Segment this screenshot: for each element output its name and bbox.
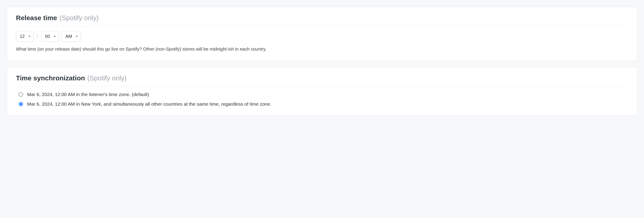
- time-sync-header: Time synchronization (Spotify only): [16, 74, 628, 86]
- radio-icon: [18, 92, 23, 97]
- ampm-select-wrapper: AM: [62, 31, 81, 42]
- time-sync-subtitle: (Spotify only): [87, 74, 126, 82]
- minute-select-wrapper: 00: [41, 31, 59, 42]
- release-time-help-text: What time (on your release date) should …: [16, 46, 628, 52]
- radio-icon: [18, 102, 23, 106]
- time-sync-card: Time synchronization (Spotify only) Mar …: [7, 67, 637, 116]
- radio-option-listener-timezone[interactable]: Mar 6, 2024, 12:00 AM in the listener's …: [16, 91, 628, 98]
- release-time-title: Release time: [16, 14, 57, 21]
- minute-select[interactable]: 00: [41, 31, 59, 42]
- release-time-header: Release time (Spotify only): [16, 14, 628, 26]
- hour-select[interactable]: 12: [16, 31, 34, 42]
- radio-label: Mar 6, 2024, 12:00 AM in New York, and s…: [27, 101, 272, 107]
- time-sync-radio-group: Mar 6, 2024, 12:00 AM in the listener's …: [16, 91, 628, 108]
- release-time-card: Release time (Spotify only) 12 : 00 AM: [7, 7, 637, 61]
- release-time-subtitle: (Spotify only): [60, 14, 99, 21]
- radio-option-new-york[interactable]: Mar 6, 2024, 12:00 AM in New York, and s…: [16, 101, 628, 107]
- time-sync-title: Time synchronization: [16, 74, 85, 82]
- time-selectors: 12 : 00 AM: [16, 31, 628, 42]
- hour-select-wrapper: 12: [16, 31, 34, 42]
- ampm-select[interactable]: AM: [62, 31, 81, 42]
- radio-label: Mar 6, 2024, 12:00 AM in the listener's …: [27, 91, 149, 98]
- time-separator: :: [37, 34, 38, 39]
